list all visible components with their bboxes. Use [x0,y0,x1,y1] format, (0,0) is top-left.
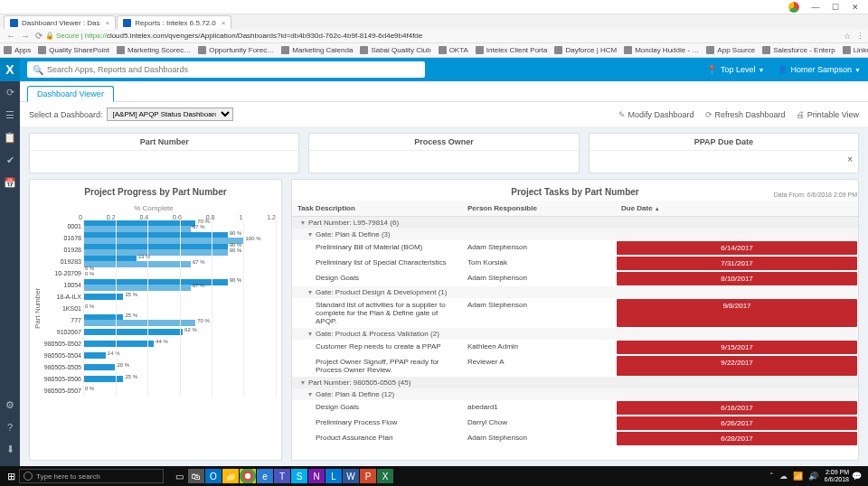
table-row[interactable]: Design GoalsAdam Stephenson8/10/2017 [292,271,858,286]
tab-close-icon[interactable]: × [222,19,226,27]
table-row[interactable]: Design Goalsabedard16/16/2017 [292,400,858,416]
col-due-date[interactable]: Due Date▲ [616,201,858,216]
task-view-icon[interactable]: ▭ [171,469,187,483]
group-gate[interactable]: ▾Gate: Plan & Define (3) [292,229,858,240]
modify-dashboard-link[interactable]: ✎Modify Dashboard [618,110,694,119]
table-row[interactable]: Standard list of activities for a suppli… [292,298,858,328]
table-row[interactable]: Project Owner Signoff, PPAP ready for Pr… [292,355,858,377]
collapse-icon[interactable]: ▾ [308,390,316,398]
bookmark-item[interactable]: Marketing Scorec… [117,46,191,54]
excel-icon[interactable]: X [377,469,393,483]
forward-button[interactable]: → [21,31,30,41]
group-part-number[interactable]: ▾Part Number: 980505-0505 (45) [292,377,858,388]
browser-tab[interactable]: Reports : Intelex 6.5.72.0 × [117,15,231,29]
bar-series-1[interactable]: 14 % [83,352,106,359]
bookmark-item[interactable]: App Source [706,46,755,54]
tab-close-icon[interactable]: × [106,19,110,27]
app-logo[interactable]: X [0,58,20,81]
table-row[interactable]: Preliminary Process FlowDarryl Chow6/26/… [292,416,858,431]
table-row[interactable]: Preliminary Bill of Material (BOM)Adam S… [292,240,858,256]
url-text[interactable]: Secure | https://cloud5.intelex.com/qven… [56,32,838,40]
table-row[interactable]: Preliminary list of Special Characterist… [292,256,858,271]
word-icon[interactable]: W [343,469,359,483]
bookmark-item[interactable]: Opportunity Forec… [198,46,274,54]
back-button[interactable]: ← [6,31,15,41]
tray-notifications-icon[interactable]: 💬 [852,472,862,481]
bookmark-item[interactable]: Intelex Client Porta [476,46,548,54]
chrome-app-icon[interactable] [240,469,256,483]
bar-series-2[interactable]: 67 % [83,226,191,232]
user-menu[interactable]: 👤 Homer Sampson ▼ [778,65,861,74]
minimize-button[interactable]: — [807,2,825,13]
rail-item[interactable]: ⚙ [5,399,14,411]
bar-series-1[interactable]: 20 % [83,364,115,370]
group-part-number[interactable]: ▾Part Number: L95-79814 (6) [292,217,858,229]
bar-series-1[interactable]: 25 % [83,376,123,382]
group-gate[interactable]: ▾Gate: Plan & Define (12) [292,388,858,400]
rail-item[interactable]: ⬇ [6,444,14,455]
store-icon[interactable]: 🛍 [188,469,204,483]
rail-item[interactable]: ✔ [6,154,14,166]
col-task-description[interactable]: Task Description [292,201,462,216]
printable-view-link[interactable]: 🖨Printable View [797,110,859,119]
powerpoint-icon[interactable]: P [360,469,376,483]
maximize-button[interactable]: ☐ [826,2,844,13]
refresh-dashboard-link[interactable]: ⟳Refresh Dashboard [705,110,786,119]
close-button[interactable]: ✕ [846,2,864,13]
bookmark-item[interactable]: Monday Huddle - … [624,46,699,54]
onenote-icon[interactable]: N [308,469,325,483]
collapse-icon[interactable]: ▾ [301,379,308,387]
star-icon[interactable]: ☆ [844,32,851,41]
collapse-icon[interactable]: ▾ [308,288,316,296]
outlook-icon[interactable]: O [205,469,222,483]
bookmark-item[interactable]: Sabai Quality Club [360,46,430,54]
global-search[interactable]: 🔍 [27,61,425,78]
bar-series-2[interactable]: 90 % [83,249,228,256]
rail-item[interactable]: 📅 [4,177,16,189]
bookmark-item[interactable]: Dayforce | HCM [554,46,617,54]
collapse-icon[interactable]: ▾ [308,230,316,238]
teams-icon[interactable]: T [274,469,290,483]
rail-item[interactable]: 📋 [4,132,16,144]
bookmark-item[interactable]: OKTA [439,46,468,54]
bar-series-1[interactable]: 62 % [83,329,183,335]
top-level-dropdown[interactable]: 📍 Top Level ▼ [707,65,764,74]
tray-wifi-icon[interactable]: 📶 [793,472,803,481]
skype-icon[interactable]: S [291,469,307,483]
bookmark-item[interactable]: Marketing Calenda [281,46,353,54]
bookmark-item[interactable]: Quality SharePoint [38,46,109,54]
bar-series-1[interactable]: 25 % [83,294,123,300]
group-gate[interactable]: ▾Gate: Product & Process Validation (2) [292,328,858,340]
rail-item[interactable]: ⟳ [6,87,14,98]
tray-volume-icon[interactable]: 🔊 [808,472,818,481]
bookmark-item[interactable]: LinkedIn [843,46,868,54]
tray-cloud-icon[interactable]: ☁ [779,472,788,481]
edge-icon[interactable]: e [257,469,273,483]
menu-icon[interactable]: ⋮ [856,32,864,41]
clock[interactable]: 2:09 PM6/6/2018 [825,469,849,483]
dashboard-select[interactable]: [A&PM] APQP Status Dashboard [107,107,233,121]
table-row[interactable]: Customer Rep needs to create a PPAPKathl… [292,340,858,355]
bookmark-item[interactable]: Salesforce - Enterp [762,46,835,54]
bookmark-item[interactable]: Apps [4,46,31,54]
rail-item[interactable]: ☰ [5,109,14,121]
filter-card[interactable]: Process Owner [308,133,579,173]
reload-button[interactable]: ⟳ [35,31,42,41]
explorer-icon[interactable]: 📁 [222,469,239,483]
lync-icon[interactable]: L [326,469,342,483]
filter-clear-icon[interactable]: × [847,154,853,164]
bar-series-2[interactable]: 100 % [83,238,244,244]
bar-series-1[interactable]: 44 % [83,341,154,347]
col-person-responsible[interactable]: Person Responsible [462,201,616,216]
browser-tab[interactable]: Dashboard Viewer : Das × [4,15,116,29]
bar-series-2[interactable]: 67 % [83,261,191,267]
bar-series-2[interactable]: 67 % [83,285,191,291]
table-row[interactable]: Product Assurance PlanAdam Stephenson6/2… [292,431,858,446]
group-gate[interactable]: ▾Gate: Product Design & Development (1) [292,286,858,298]
filter-card[interactable]: PPAP Due Date× [589,133,859,173]
rail-item[interactable]: ? [7,422,13,433]
start-button[interactable]: ⊞ [7,471,15,482]
collapse-icon[interactable]: ▾ [308,330,316,338]
tray-up-icon[interactable]: ˄ [769,472,774,481]
cortana-search[interactable]: Type here to search [19,469,164,483]
